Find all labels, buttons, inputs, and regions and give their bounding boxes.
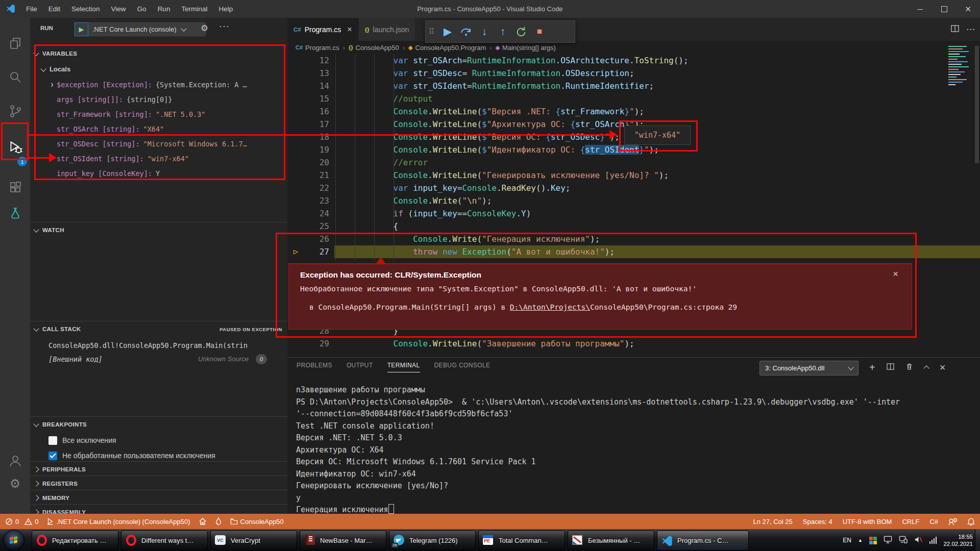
line-number[interactable]: 19 xyxy=(287,143,334,156)
volume-muted-icon[interactable] xyxy=(914,536,923,545)
flask-extension-icon[interactable] xyxy=(0,202,30,225)
language-mode[interactable]: C# xyxy=(929,518,938,525)
step-over-icon[interactable] xyxy=(457,21,475,42)
breadcrumb-item[interactable]: ConsoleApp50 xyxy=(355,44,399,52)
line-number[interactable]: 13 xyxy=(287,67,334,80)
folder-status[interactable]: ConsoleApp50 xyxy=(230,518,284,525)
breakpoints-section-header[interactable]: BREAKPOINTS xyxy=(30,417,287,432)
line-number[interactable]: 21 xyxy=(287,169,334,182)
feedback-icon[interactable] xyxy=(948,518,957,525)
maximize-panel-icon[interactable] xyxy=(924,362,928,373)
new-terminal-icon[interactable]: + xyxy=(869,362,875,373)
search-icon[interactable] xyxy=(0,65,30,89)
notifications-bell-icon[interactable] xyxy=(967,517,975,525)
panel-tab-terminal[interactable]: TERMINAL xyxy=(387,362,420,372)
menu-selection[interactable]: Selection xyxy=(66,5,106,13)
line-number[interactable]: 15 xyxy=(287,92,334,105)
taskbar-button[interactable]: Program.cs - C… xyxy=(657,531,749,550)
breadcrumb-item[interactable]: Main(string[] args) xyxy=(502,44,556,52)
menu-file[interactable]: File xyxy=(20,5,43,13)
taskbar-button[interactable]: 26Telegram (1226) xyxy=(389,531,476,550)
tab-launch.json[interactable]: {}launch.json xyxy=(359,18,416,41)
maximize-button[interactable] xyxy=(932,0,956,18)
terminal-output[interactable]: nЗавершение работы программыPS D:\Anton\… xyxy=(296,384,975,516)
editor-more-icon[interactable]: ⋯ xyxy=(966,24,975,35)
photos-tray-icon[interactable] xyxy=(869,537,877,544)
callstack-section-header[interactable]: CALL STACK PAUSED ON EXCEPTION xyxy=(30,322,287,336)
checkbox-unchecked[interactable] xyxy=(48,436,57,445)
line-number[interactable]: 25 xyxy=(287,220,334,233)
checkbox-checked[interactable] xyxy=(48,452,57,460)
panel-tab-problems[interactable]: PROBLEMS xyxy=(297,362,332,372)
explorer-icon[interactable] xyxy=(0,32,30,55)
code-line[interactable]: 15 //output xyxy=(287,92,980,105)
line-number[interactable]: 12 xyxy=(287,54,334,67)
menu-run[interactable]: Run xyxy=(152,5,176,13)
kill-terminal-icon[interactable] xyxy=(905,362,913,373)
code-line[interactable]: 24 if (input_key==ConsoleKey.Y) xyxy=(287,207,980,220)
menu-view[interactable]: View xyxy=(106,5,132,13)
line-number[interactable]: 16 xyxy=(287,105,334,118)
close-panel-icon[interactable]: × xyxy=(940,362,946,373)
line-number[interactable]: 23 xyxy=(287,194,334,207)
configure-gear-icon[interactable]: ⚙ xyxy=(201,23,208,34)
code-line[interactable]: 23 Console.Write("\n"); xyxy=(287,194,980,207)
callstack-frame[interactable]: ConsoleApp50.dll!ConsoleApp50.Program.Ma… xyxy=(30,338,287,352)
step-out-icon[interactable]: ↑ xyxy=(494,21,512,42)
flame-icon[interactable] xyxy=(215,517,222,525)
code-line[interactable]: 12 var str_OSArch=RuntimeInformation.OSA… xyxy=(287,54,980,67)
taskbar-button[interactable]: VCVeraCrypt xyxy=(210,531,297,550)
code-line[interactable]: 21 Console.WriteLine("Генерировать исклю… xyxy=(287,169,980,182)
display-tray-icon[interactable] xyxy=(884,536,892,545)
device-tray-icon[interactable] xyxy=(899,536,908,545)
split-terminal-icon[interactable] xyxy=(887,362,894,373)
toolbar-drag-handle[interactable]: ⠿ xyxy=(429,27,434,36)
menu-go[interactable]: Go xyxy=(132,5,152,13)
code-line[interactable]: 25 { xyxy=(287,220,980,233)
minimap[interactable] xyxy=(947,46,977,89)
section-memory[interactable]: MEMORY xyxy=(30,491,287,505)
line-number[interactable]: 22 xyxy=(287,182,334,194)
split-editor-icon[interactable] xyxy=(951,24,959,35)
tab-close-icon[interactable]: × xyxy=(347,25,352,34)
panel-tab-debug-console[interactable]: DEBUG CONSOLE xyxy=(434,362,491,372)
taskbar-button[interactable]: NewBase - Mar… xyxy=(300,531,386,550)
taskbar-button[interactable]: Безымянный - … xyxy=(568,531,654,550)
debug-config-status[interactable]: .NET Core Launch (console) (ConsoleApp50… xyxy=(46,518,190,525)
problems-status[interactable]: 0 0 xyxy=(5,518,38,525)
language-indicator[interactable]: EN xyxy=(843,537,851,544)
source-control-icon[interactable] xyxy=(0,99,30,123)
extensions-icon[interactable] xyxy=(0,176,30,199)
home-icon[interactable] xyxy=(199,517,207,525)
menu-terminal[interactable]: Terminal xyxy=(176,5,213,13)
close-button[interactable]: ✕ xyxy=(956,0,980,18)
taskbar-button[interactable]: PETotal Comman… xyxy=(478,531,565,550)
tab-Program.cs[interactable]: C#Program.cs× xyxy=(287,18,359,41)
settings-gear-icon[interactable]: ⚙ xyxy=(0,472,30,495)
views-more-icon[interactable]: ··· xyxy=(219,21,230,32)
breadcrumb-item[interactable]: ConsoleApp50.Program xyxy=(415,44,486,52)
menu-help[interactable]: Help xyxy=(213,5,238,13)
line-number[interactable]: 14 xyxy=(287,80,334,92)
callstack-frame[interactable]: [Внешний код]Unknown Source0 xyxy=(30,352,287,366)
code-line[interactable]: 29 Console.WriteLine("Завершение работы … xyxy=(287,337,980,350)
menu-edit[interactable]: Edit xyxy=(43,5,66,13)
show-desktop-button[interactable] xyxy=(975,530,980,551)
restart-icon[interactable] xyxy=(512,21,530,42)
line-number[interactable]: 18 xyxy=(287,131,334,143)
breadcrumb[interactable]: C#Program.cs›{}ConsoleApp50›◈ConsoleApp5… xyxy=(287,41,980,54)
hidden-icons-arrow[interactable]: ▲ xyxy=(858,538,863,543)
breakpoint-row[interactable]: Все исключения xyxy=(30,433,287,448)
line-number[interactable]: 20 xyxy=(287,156,334,169)
account-icon[interactable] xyxy=(0,449,30,472)
step-into-icon[interactable]: ↓ xyxy=(475,21,494,42)
network-signal-icon[interactable] xyxy=(929,537,937,544)
section-peripherals[interactable]: PERIPHERALS xyxy=(30,462,287,477)
section-registers[interactable]: REGISTERS xyxy=(30,477,287,491)
minimize-button[interactable]: ─ xyxy=(908,0,932,18)
eol-sequence[interactable]: CRLF xyxy=(902,518,919,525)
code-line[interactable]: 14 var str_OSIdent=RuntimeInformation.Ru… xyxy=(287,80,980,92)
code-line[interactable]: 22 var input_key=Console.ReadKey().Key; xyxy=(287,182,980,194)
taskbar-button[interactable]: Редактировать … xyxy=(32,531,118,550)
code-line[interactable]: 13 var str_OSDesc= RuntimeInformation.OS… xyxy=(287,67,980,80)
